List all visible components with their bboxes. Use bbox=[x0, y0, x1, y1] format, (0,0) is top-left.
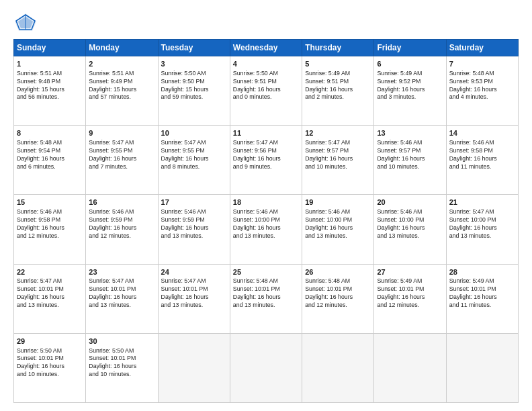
calendar-cell bbox=[374, 333, 446, 402]
day-number: 13 bbox=[377, 128, 443, 138]
day-number: 1 bbox=[17, 59, 83, 69]
day-number: 18 bbox=[233, 197, 299, 208]
cell-content: Sunrise: 5:47 AMSunset: 9:55 PMDaylight:… bbox=[161, 139, 227, 171]
day-number: 5 bbox=[305, 59, 371, 69]
calendar-cell: 17Sunrise: 5:46 AMSunset: 9:59 PMDayligh… bbox=[158, 195, 230, 264]
calendar-week-2: 8Sunrise: 5:48 AMSunset: 9:54 PMDaylight… bbox=[14, 126, 519, 195]
page: SundayMondayTuesdayWednesdayThursdayFrid… bbox=[0, 0, 532, 411]
col-header-tuesday: Tuesday bbox=[158, 40, 230, 56]
day-number: 21 bbox=[449, 197, 515, 208]
day-number: 2 bbox=[89, 59, 154, 69]
cell-content: Sunrise: 5:50 AMSunset: 10:01 PMDaylight… bbox=[17, 347, 83, 379]
cell-content: Sunrise: 5:46 AMSunset: 9:58 PMDaylight:… bbox=[17, 208, 83, 240]
cell-content: Sunrise: 5:46 AMSunset: 10:00 PMDaylight… bbox=[233, 208, 299, 240]
day-number: 8 bbox=[17, 128, 83, 138]
day-number: 26 bbox=[305, 267, 371, 277]
calendar-cell: 14Sunrise: 5:46 AMSunset: 9:58 PMDayligh… bbox=[446, 126, 518, 195]
calendar-table: SundayMondayTuesdayWednesdayThursdayFrid… bbox=[13, 39, 519, 403]
calendar-week-5: 29Sunrise: 5:50 AMSunset: 10:01 PMDaylig… bbox=[14, 333, 519, 402]
calendar-cell: 8Sunrise: 5:48 AMSunset: 9:54 PMDaylight… bbox=[14, 126, 86, 195]
day-number: 15 bbox=[17, 197, 83, 208]
day-number: 6 bbox=[377, 59, 443, 69]
day-number: 25 bbox=[233, 267, 299, 277]
day-number: 24 bbox=[161, 267, 227, 277]
col-header-monday: Monday bbox=[86, 40, 158, 56]
calendar-cell: 24Sunrise: 5:47 AMSunset: 10:01 PMDaylig… bbox=[158, 264, 230, 333]
calendar-cell bbox=[302, 333, 374, 402]
day-number: 19 bbox=[305, 197, 371, 208]
calendar-cell: 10Sunrise: 5:47 AMSunset: 9:55 PMDayligh… bbox=[158, 126, 230, 195]
calendar-cell: 22Sunrise: 5:47 AMSunset: 10:01 PMDaylig… bbox=[14, 264, 86, 333]
day-number: 27 bbox=[377, 267, 443, 277]
col-header-wednesday: Wednesday bbox=[230, 40, 302, 56]
cell-content: Sunrise: 5:46 AMSunset: 10:00 PMDaylight… bbox=[377, 208, 443, 240]
day-number: 29 bbox=[17, 336, 83, 347]
calendar-cell: 6Sunrise: 5:49 AMSunset: 9:52 PMDaylight… bbox=[374, 56, 446, 126]
calendar-cell: 30Sunrise: 5:50 AMSunset: 10:01 PMDaylig… bbox=[86, 333, 158, 402]
cell-content: Sunrise: 5:47 AMSunset: 10:01 PMDaylight… bbox=[17, 277, 83, 310]
calendar-cell: 18Sunrise: 5:46 AMSunset: 10:00 PMDaylig… bbox=[230, 195, 302, 264]
cell-content: Sunrise: 5:50 AMSunset: 9:50 PMDaylight:… bbox=[161, 70, 227, 102]
col-header-saturday: Saturday bbox=[446, 40, 518, 56]
calendar-cell bbox=[230, 333, 302, 402]
col-header-sunday: Sunday bbox=[14, 40, 86, 56]
cell-content: Sunrise: 5:49 AMSunset: 10:01 PMDaylight… bbox=[377, 277, 443, 310]
calendar-cell bbox=[158, 333, 230, 402]
calendar-cell: 29Sunrise: 5:50 AMSunset: 10:01 PMDaylig… bbox=[14, 333, 86, 402]
cell-content: Sunrise: 5:47 AMSunset: 10:01 PMDaylight… bbox=[161, 277, 227, 310]
day-number: 30 bbox=[89, 336, 154, 347]
calendar-week-1: 1Sunrise: 5:51 AMSunset: 9:48 PMDaylight… bbox=[14, 56, 519, 126]
cell-content: Sunrise: 5:49 AMSunset: 10:01 PMDaylight… bbox=[449, 277, 515, 310]
day-number: 17 bbox=[161, 197, 227, 208]
cell-content: Sunrise: 5:48 AMSunset: 9:53 PMDaylight:… bbox=[449, 70, 515, 102]
day-number: 16 bbox=[89, 197, 154, 208]
calendar-cell: 27Sunrise: 5:49 AMSunset: 10:01 PMDaylig… bbox=[374, 264, 446, 333]
calendar-cell: 9Sunrise: 5:47 AMSunset: 9:55 PMDaylight… bbox=[86, 126, 158, 195]
day-number: 12 bbox=[305, 128, 371, 138]
cell-content: Sunrise: 5:49 AMSunset: 9:51 PMDaylight:… bbox=[305, 70, 371, 102]
calendar-cell: 15Sunrise: 5:46 AMSunset: 9:58 PMDayligh… bbox=[14, 195, 86, 264]
cell-content: Sunrise: 5:49 AMSunset: 9:52 PMDaylight:… bbox=[377, 70, 443, 102]
calendar-cell: 19Sunrise: 5:46 AMSunset: 10:00 PMDaylig… bbox=[302, 195, 374, 264]
day-number: 4 bbox=[233, 59, 299, 69]
calendar-cell: 28Sunrise: 5:49 AMSunset: 10:01 PMDaylig… bbox=[446, 264, 518, 333]
logo-icon bbox=[13, 12, 38, 32]
cell-content: Sunrise: 5:48 AMSunset: 10:01 PMDaylight… bbox=[305, 277, 371, 310]
calendar-week-4: 22Sunrise: 5:47 AMSunset: 10:01 PMDaylig… bbox=[14, 264, 519, 333]
calendar-week-3: 15Sunrise: 5:46 AMSunset: 9:58 PMDayligh… bbox=[14, 195, 519, 264]
calendar-cell: 3Sunrise: 5:50 AMSunset: 9:50 PMDaylight… bbox=[158, 56, 230, 126]
day-number: 23 bbox=[89, 267, 154, 277]
cell-content: Sunrise: 5:50 AMSunset: 10:01 PMDaylight… bbox=[89, 347, 154, 379]
cell-content: Sunrise: 5:46 AMSunset: 9:57 PMDaylight:… bbox=[377, 139, 443, 171]
day-number: 11 bbox=[233, 128, 299, 138]
cell-content: Sunrise: 5:46 AMSunset: 9:58 PMDaylight:… bbox=[449, 139, 515, 171]
cell-content: Sunrise: 5:47 AMSunset: 10:01 PMDaylight… bbox=[89, 277, 154, 310]
cell-content: Sunrise: 5:46 AMSunset: 10:00 PMDaylight… bbox=[305, 208, 371, 240]
calendar-cell: 4Sunrise: 5:50 AMSunset: 9:51 PMDaylight… bbox=[230, 56, 302, 126]
day-number: 7 bbox=[449, 59, 515, 69]
calendar-cell: 21Sunrise: 5:47 AMSunset: 10:00 PMDaylig… bbox=[446, 195, 518, 264]
cell-content: Sunrise: 5:51 AMSunset: 9:48 PMDaylight:… bbox=[17, 70, 83, 102]
day-number: 22 bbox=[17, 267, 83, 277]
calendar-cell: 5Sunrise: 5:49 AMSunset: 9:51 PMDaylight… bbox=[302, 56, 374, 126]
calendar-cell: 16Sunrise: 5:46 AMSunset: 9:59 PMDayligh… bbox=[86, 195, 158, 264]
calendar-cell: 12Sunrise: 5:47 AMSunset: 9:57 PMDayligh… bbox=[302, 126, 374, 195]
cell-content: Sunrise: 5:47 AMSunset: 9:56 PMDaylight:… bbox=[233, 139, 299, 171]
col-header-friday: Friday bbox=[374, 40, 446, 56]
calendar-cell: 25Sunrise: 5:48 AMSunset: 10:01 PMDaylig… bbox=[230, 264, 302, 333]
cell-content: Sunrise: 5:47 AMSunset: 9:55 PMDaylight:… bbox=[89, 139, 154, 171]
day-number: 20 bbox=[377, 197, 443, 208]
day-number: 28 bbox=[449, 267, 515, 277]
cell-content: Sunrise: 5:46 AMSunset: 9:59 PMDaylight:… bbox=[89, 208, 154, 240]
logo bbox=[13, 12, 40, 32]
cell-content: Sunrise: 5:50 AMSunset: 9:51 PMDaylight:… bbox=[233, 70, 299, 102]
cell-content: Sunrise: 5:47 AMSunset: 9:57 PMDaylight:… bbox=[305, 139, 371, 171]
header bbox=[13, 12, 519, 32]
cell-content: Sunrise: 5:46 AMSunset: 9:59 PMDaylight:… bbox=[161, 208, 227, 240]
calendar-cell: 20Sunrise: 5:46 AMSunset: 10:00 PMDaylig… bbox=[374, 195, 446, 264]
cell-content: Sunrise: 5:51 AMSunset: 9:49 PMDaylight:… bbox=[89, 70, 154, 102]
calendar-cell: 23Sunrise: 5:47 AMSunset: 10:01 PMDaylig… bbox=[86, 264, 158, 333]
calendar-cell: 2Sunrise: 5:51 AMSunset: 9:49 PMDaylight… bbox=[86, 56, 158, 126]
calendar-header-row: SundayMondayTuesdayWednesdayThursdayFrid… bbox=[14, 40, 519, 56]
calendar-cell: 11Sunrise: 5:47 AMSunset: 9:56 PMDayligh… bbox=[230, 126, 302, 195]
